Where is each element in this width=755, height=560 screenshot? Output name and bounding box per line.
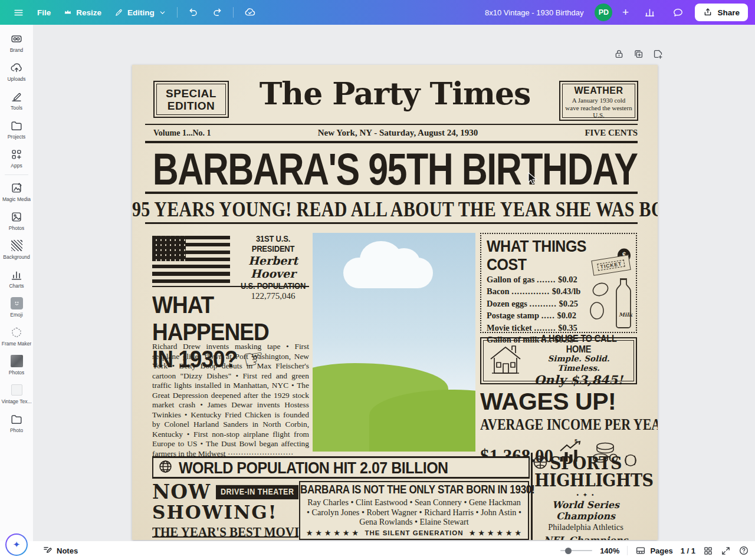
magic-media-icon <box>10 181 24 195</box>
eggs-icon <box>587 281 611 325</box>
add-collaborator-button[interactable]: + <box>618 6 633 19</box>
sidebar-item-emoji[interactable]: Emoji <box>0 293 33 322</box>
rule-thin <box>145 124 638 125</box>
comments-button[interactable] <box>667 4 690 22</box>
stars-right: ★ ★ ★ ★ ★ ★ <box>470 529 522 537</box>
what-happened-body: Richard Drew invents masking tape • Firs… <box>152 342 309 459</box>
cloud-save-status-button[interactable] <box>238 3 262 22</box>
sidebar-item-label: Apps <box>11 163 22 169</box>
main-headline: BARBARA'S 95TH BIRTHDAY <box>132 143 658 195</box>
main-menu-button[interactable] <box>7 4 30 22</box>
editing-label: Editing <box>127 8 155 17</box>
sidebar-item-photo[interactable]: Photo <box>0 409 33 437</box>
sidebar-item-label: Photos <box>9 370 24 375</box>
dateline: Volume 1...No. 1 New York, NY - Saturday… <box>153 128 638 138</box>
resize-label: Resize <box>76 8 101 17</box>
sidebar-item-vintage-text[interactable]: Vintage Tex... <box>0 380 33 409</box>
nfl-champions-label: NFL Champions <box>534 535 637 540</box>
wages-subtitle: AVERAGE INCOME PER YEAR <box>480 416 637 434</box>
sidebar-item-label: Emoji <box>10 312 22 318</box>
sidebar-item-label: Charts <box>9 283 24 289</box>
rule-thick <box>145 222 638 224</box>
undo-button[interactable] <box>182 4 205 21</box>
sidebar-item-tools[interactable]: Tools <box>0 86 33 115</box>
zoom-level[interactable]: 140% <box>600 546 619 555</box>
editing-mode-button[interactable]: Editing <box>109 5 172 21</box>
avatar[interactable]: PD <box>595 4 612 21</box>
app-window: File Resize Editing <box>0 0 755 560</box>
world-series-value: Philadelphia Athletics <box>534 522 637 532</box>
sidebar-item-label: Vintage Tex... <box>1 398 31 404</box>
photo-thumbnail-icon <box>10 354 24 368</box>
apps-grid-icon <box>10 147 24 161</box>
charts-icon <box>10 268 24 281</box>
sidebar-item-magic-media[interactable]: Magic Media <box>0 177 33 206</box>
notes-button[interactable]: Notes <box>42 545 78 556</box>
us-flag-icon <box>152 236 230 283</box>
grid-view-icon[interactable] <box>703 546 713 556</box>
background-hatch-icon <box>10 239 24 252</box>
born-stars-box: BARBARA IS NOT THE ONLY STAR BORN IN 193… <box>299 481 529 540</box>
file-menu-button[interactable]: File <box>31 5 57 21</box>
president-title: 31ST U.S. PRESIDENT <box>236 233 310 254</box>
sports-ornament: • ✦ • <box>534 492 637 498</box>
vintage-text-icon <box>10 383 24 397</box>
pen-tool-icon <box>10 90 24 103</box>
sidebar-item-background[interactable]: Background <box>0 235 33 264</box>
canva-assistant-button[interactable]: ✦ <box>5 533 28 556</box>
crown-icon <box>64 8 72 17</box>
pages-button[interactable]: Pages <box>635 545 672 556</box>
share-button[interactable]: Share <box>695 4 748 21</box>
born-stars-names: Ray Charles • Clint Eastwood • Sean Conn… <box>300 496 528 527</box>
sidebar-item-apps[interactable]: Apps <box>0 144 33 173</box>
sidebar-item-brand[interactable]: Brand <box>0 28 33 57</box>
page-actions-toolbar <box>613 48 664 60</box>
redo-icon <box>212 7 222 18</box>
sidebar-item-photos-2[interactable]: Photos <box>0 351 33 380</box>
cost-row: Gallon of gas ....... $0.02 <box>487 274 593 285</box>
body-text: Richard Drew invents masking tape • Firs… <box>152 342 309 458</box>
sidebar-item-projects[interactable]: Projects <box>0 115 33 144</box>
toolbar-divider <box>233 7 234 18</box>
page-indicator: 1 / 1 <box>681 546 695 555</box>
insights-button[interactable] <box>638 4 661 22</box>
document-title[interactable]: 8x10 Vintage - 1930 Birthday <box>485 8 583 17</box>
notes-icon <box>42 545 52 556</box>
sidebar-item-uploads[interactable]: Uploads <box>0 57 33 86</box>
help-icon[interactable] <box>738 545 749 556</box>
pages-icon <box>635 545 646 556</box>
share-label: Share <box>717 8 740 17</box>
sidebar-item-label: Uploads <box>7 76 25 82</box>
weather-box: WEATHER A January 1930 cold wave reached… <box>559 81 638 121</box>
sidebar-item-label: Projects <box>8 134 26 140</box>
globe-icon <box>158 459 173 476</box>
canvas-area[interactable]: SPECIAL EDITION The Party Times WEATHER … <box>33 25 755 541</box>
top-toolbar: File Resize Editing <box>0 0 755 25</box>
upload-cloud-icon <box>10 61 24 74</box>
house-title: A HOUSE TO CALL HOME <box>527 333 630 355</box>
sidebar-item-frame-maker[interactable]: Frame Maker <box>0 322 33 351</box>
what-things-cost-box: WHAT THINGS COST $ Gallon of gas .......… <box>480 233 637 333</box>
duplicate-page-icon[interactable] <box>633 48 644 60</box>
generation-label: THE SILENT GENERATION <box>365 529 463 536</box>
what-happened-line1: WHAT HAPPENED <box>152 291 323 345</box>
fullscreen-icon[interactable] <box>721 546 731 556</box>
bar-chart-icon <box>644 7 655 18</box>
comment-bubble-icon <box>672 7 684 18</box>
lock-icon[interactable] <box>613 48 625 60</box>
statusbar-divider <box>627 546 628 555</box>
sidebar-item-photos[interactable]: Photos <box>0 206 33 235</box>
resize-button[interactable]: Resize <box>58 5 107 21</box>
cloud-shape <box>343 258 433 288</box>
sidebar-item-label: Photos <box>9 225 24 231</box>
zoom-slider-thumb[interactable] <box>565 548 572 554</box>
zoom-slider[interactable] <box>560 550 592 551</box>
sidebar-item-charts[interactable]: Charts <box>0 264 33 293</box>
cloud-check-icon <box>244 6 256 18</box>
redo-button[interactable] <box>206 4 228 21</box>
design-page[interactable]: SPECIAL EDITION The Party Times WEATHER … <box>132 65 658 540</box>
share-export-icon <box>703 8 713 17</box>
landscape-photo[interactable] <box>313 233 475 452</box>
rule-thin <box>152 536 298 538</box>
add-page-icon[interactable] <box>652 48 664 60</box>
